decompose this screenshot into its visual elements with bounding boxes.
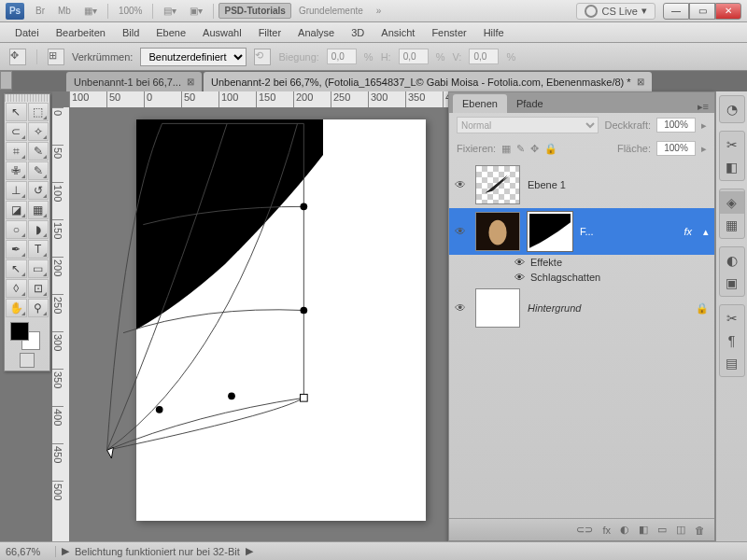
zoom-level[interactable]: 100% xyxy=(113,3,148,19)
layer-row-bg[interactable]: 👁 Hintergrund 🔒 xyxy=(449,285,714,331)
menu-bild[interactable]: Bild xyxy=(115,24,147,41)
menu-3d[interactable]: 3D xyxy=(344,24,372,41)
more-ws[interactable]: » xyxy=(371,3,388,19)
layer-row-selected[interactable]: 👁 F... fx▴ xyxy=(449,208,714,255)
eraser-tool[interactable]: ◪ xyxy=(6,201,27,219)
lock-trans-icon[interactable]: ▦ xyxy=(501,143,511,155)
minibridge-btn[interactable]: Mb xyxy=(52,3,77,19)
dock-strip[interactable] xyxy=(0,71,12,90)
layer-thumb[interactable] xyxy=(475,165,520,204)
path-select-tool[interactable]: ↖ xyxy=(6,259,27,278)
doc-tab-2[interactable]: Unbenannt-2 bei 66,7%, (Fotolia_1654837_… xyxy=(204,72,652,91)
layout-dd1[interactable]: ▦▾ xyxy=(78,3,103,19)
zoom-tool[interactable]: ⚲ xyxy=(28,299,49,317)
masks-panel-icon[interactable]: ◧ xyxy=(720,156,744,178)
warp-preset[interactable]: Benutzerdefiniert xyxy=(140,48,247,66)
ruler-horizontal[interactable]: 10050050100150200250300350400 xyxy=(69,91,448,107)
menu-analyse[interactable]: Analyse xyxy=(290,24,342,41)
menu-ebene[interactable]: Ebene xyxy=(148,24,193,41)
minimize-btn[interactable]: — xyxy=(663,3,689,20)
color-swatches[interactable] xyxy=(5,318,49,350)
foreground-color[interactable] xyxy=(10,322,29,341)
layer-thumb[interactable] xyxy=(475,288,520,328)
visibility-icon[interactable]: 👁 xyxy=(455,301,468,315)
pen-tool[interactable]: ✒ xyxy=(6,240,27,259)
ps-logo[interactable]: Ps xyxy=(6,3,24,20)
new-layer-icon[interactable]: ◫ xyxy=(676,524,685,536)
layer-name[interactable]: Hintergrund xyxy=(528,302,688,314)
tool-preset-icon[interactable]: ✥ xyxy=(9,49,26,65)
menu-datei[interactable]: Datei xyxy=(7,24,47,41)
maximize-btn[interactable]: ▭ xyxy=(689,3,715,20)
lock-all-icon[interactable]: 🔒 xyxy=(544,143,557,155)
blur-tool[interactable]: ○ xyxy=(6,220,27,239)
channels-panel-icon[interactable]: ▦ xyxy=(720,214,744,236)
color-panel-icon[interactable]: ◔ xyxy=(720,98,744,120)
wand-tool[interactable]: ✧ xyxy=(28,122,49,141)
menu-ansicht[interactable]: Ansicht xyxy=(374,24,422,41)
stamp-tool[interactable]: ⊥ xyxy=(6,181,27,200)
move-tool[interactable]: ↖ xyxy=(6,103,27,121)
lock-paint-icon[interactable]: ✎ xyxy=(516,143,525,155)
history-brush-tool[interactable]: ↺ xyxy=(28,181,49,200)
layer-mask-thumb[interactable] xyxy=(528,212,572,251)
eyedropper-tool[interactable]: ✎ xyxy=(28,142,49,161)
hand-tool[interactable]: ✋ xyxy=(6,299,27,317)
tab-ebenen[interactable]: Ebenen xyxy=(453,94,507,113)
bridge-btn[interactable]: Br xyxy=(30,3,50,19)
shape-tool[interactable]: ▭ xyxy=(28,259,49,278)
layout-dd2[interactable]: ▤▾ xyxy=(158,3,182,19)
canvas[interactable] xyxy=(136,119,426,521)
dodge-tool[interactable]: ◗ xyxy=(28,220,49,239)
visibility-icon[interactable]: 👁 xyxy=(455,178,468,191)
fill-val[interactable]: 100% xyxy=(656,141,696,156)
info-panel-icon[interactable]: ▤ xyxy=(720,352,744,374)
group-icon[interactable]: ▭ xyxy=(657,524,667,536)
psd-tutorials-btn[interactable]: PSD-Tutorials xyxy=(218,3,290,19)
3d-cam-tool[interactable]: ⊡ xyxy=(28,279,49,298)
menu-filter[interactable]: Filter xyxy=(251,24,289,41)
fx-icon[interactable]: fx xyxy=(602,525,611,536)
opacity-val[interactable]: 100% xyxy=(656,118,696,133)
type-tool[interactable]: T xyxy=(28,240,49,259)
close-tab-icon[interactable]: ⊠ xyxy=(187,77,194,87)
brush-tool[interactable]: ✎ xyxy=(28,161,49,180)
cs-live[interactable]: CS Live ▾ xyxy=(576,3,655,20)
layers-panel-icon[interactable]: ◈ xyxy=(720,191,744,214)
fx-badge[interactable]: fx xyxy=(684,226,692,237)
warp-icon[interactable]: ⊞ xyxy=(48,49,64,65)
close-btn[interactable]: ✕ xyxy=(715,3,741,20)
quickmask-toggle[interactable] xyxy=(5,350,49,371)
effect-schlagschatten[interactable]: 👁Schlagschatten xyxy=(449,270,714,285)
menu-bearbeiten[interactable]: Bearbeiten xyxy=(49,24,113,41)
link-icon[interactable]: ⊂⊃ xyxy=(576,524,593,536)
layer-name[interactable]: Ebene 1 xyxy=(528,179,709,190)
layer-name[interactable]: F... xyxy=(580,226,676,237)
marquee-tool[interactable]: ⬚ xyxy=(28,103,49,121)
lasso-tool[interactable]: ⊂ xyxy=(6,122,27,141)
status-tri-icon[interactable]: ▶ xyxy=(62,545,69,557)
adjust-panel-icon[interactable]: ✂ xyxy=(720,133,744,156)
visibility-icon[interactable]: 👁 xyxy=(455,225,468,238)
trash-icon[interactable]: 🗑 xyxy=(695,525,705,536)
tab-pfade[interactable]: Pfade xyxy=(507,94,553,113)
actions-panel-icon[interactable]: ▣ xyxy=(720,272,744,294)
para-panel-icon[interactable]: ¶ xyxy=(720,329,744,352)
effects-row[interactable]: 👁Effekte xyxy=(449,255,714,270)
adjust-icon[interactable]: ◧ xyxy=(639,524,648,536)
screen-mode[interactable]: ▣▾ xyxy=(184,3,208,19)
doc-tab-1[interactable]: Unbenannt-1 bei 66,7...⊠ xyxy=(66,72,202,91)
zoom-readout[interactable]: 66,67% xyxy=(6,546,56,557)
toolbox-grip[interactable] xyxy=(5,94,49,102)
grundelemente-btn[interactable]: Grundelemente xyxy=(293,3,369,19)
menu-hilfe[interactable]: Hilfe xyxy=(476,24,512,41)
ruler-vertical[interactable]: 050100150200250300350400450500 xyxy=(52,107,69,541)
layer-row[interactable]: 👁 Ebene 1 xyxy=(449,161,714,208)
panel-menu-icon[interactable]: ▸≡ xyxy=(692,101,714,113)
3d-tool[interactable]: ◊ xyxy=(6,279,27,298)
heal-tool[interactable]: ✙ xyxy=(6,161,27,180)
close-tab-icon[interactable]: ⊠ xyxy=(637,77,644,87)
gradient-tool[interactable]: ▦ xyxy=(28,201,49,219)
mask-icon[interactable]: ◐ xyxy=(620,524,629,536)
char-panel-icon[interactable]: ✂ xyxy=(720,307,744,329)
